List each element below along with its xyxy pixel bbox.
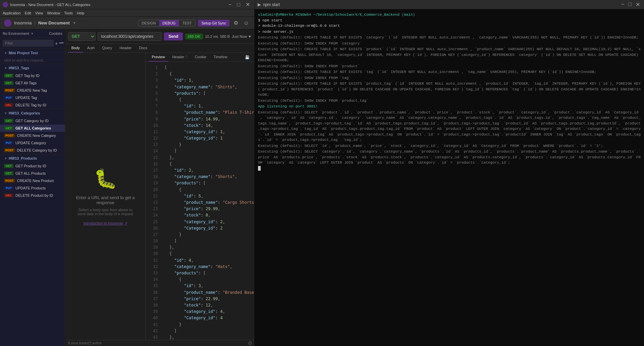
method-badge-get: GET — [4, 171, 13, 175]
window-title: Insomnia - New Document - GET ALL Catego… — [10, 3, 227, 7]
sidebar-item-get-tag-by-id[interactable]: GET GET Tag by ID — [0, 72, 65, 79]
terminal-minimize-btn[interactable]: − — [620, 1, 626, 8]
sidebar-item-create-category[interactable]: POST CREATE New Category — [0, 132, 65, 139]
sidebar-item-get-product-by-id[interactable]: GET GET Product by ID — [0, 162, 65, 170]
store-status: $.store.books[*].author — [68, 341, 102, 345]
resp-tab-header[interactable]: Header ? — [169, 53, 191, 62]
json-line: 17 "id": 2, — [147, 167, 253, 174]
request-panel: GET POST PUT DELETE Send 200 OK 10.2 ms … — [65, 29, 254, 346]
terminal-close-btn[interactable]: ✕ — [634, 1, 641, 8]
tab-query[interactable]: Query — [99, 44, 116, 53]
method-badge-put: PUT — [4, 141, 13, 145]
tab-test[interactable]: TEST — [179, 20, 195, 26]
menu-edit[interactable]: Edit — [25, 11, 31, 15]
json-line: 24 "stock": 8, — [147, 212, 253, 219]
terminal-line: Executing (default): SELECT `id`, `produ… — [258, 143, 641, 149]
json-line: 21 "id": 5, — [147, 193, 253, 199]
section-tags-header[interactable]: ▼ HW13_Tags — [0, 64, 65, 72]
json-line: 4 "category_name": "Shirts", — [147, 84, 253, 90]
intro-link-text: Introduction to Insomnia — [83, 221, 123, 225]
resp-tab-preview[interactable]: Preview — [148, 53, 168, 62]
resp-copy-btn[interactable]: 💾 — [243, 55, 252, 60]
menu-window[interactable]: Window — [47, 11, 60, 15]
sidebar-item-create-tag[interactable]: POST CREATE New Tag — [0, 87, 65, 94]
main-wrapper: Application Edit View Window Tools Help … — [0, 9, 644, 346]
terminal-cursor-line — [258, 166, 641, 171]
timestamp-badge[interactable]: Just Now ▼ — [232, 34, 252, 38]
settings-icon[interactable]: ⚙ — [232, 19, 240, 27]
design-debug-tabs: DESIGN DEBUG TEST — [138, 20, 195, 26]
doc-name-label[interactable]: New Document — [38, 20, 70, 25]
json-line: 11 "category_id": 1, — [147, 129, 253, 135]
resp-tab-cookie[interactable]: Cookie — [191, 53, 209, 62]
terminal-line: Executing (default): SELECT `category`.`… — [258, 149, 641, 166]
status-bar-icon[interactable]: ⓘ — [248, 341, 252, 346]
sidebar-item-create-product[interactable]: POST CREATE New Product — [0, 177, 65, 184]
send-button[interactable]: Send — [164, 32, 183, 40]
json-line: 1 [ — [147, 65, 253, 71]
method-select[interactable]: GET POST PUT DELETE — [68, 32, 95, 41]
json-line: 14 ] — [147, 148, 253, 154]
close-btn[interactable]: ✕ — [244, 0, 252, 9]
sidebar-add-icon[interactable]: + — [55, 40, 58, 46]
request-tabs-row: Body Auth Query Header Docs — [65, 44, 254, 53]
response-panel: Preview Header ? Cookie Timeline 💾 1 [2 … — [146, 53, 254, 340]
menu-application[interactable]: Application — [3, 11, 21, 15]
maximize-btn[interactable]: □ — [235, 0, 242, 9]
sidebar-item-get-all-tags[interactable]: GET GET All Tags — [0, 79, 65, 87]
tab-auth[interactable]: Auth — [84, 44, 98, 53]
section-mini-header[interactable]: ▼ Mini Project Test — [0, 49, 65, 57]
section-categories-header[interactable]: ▼ HW13_Categories — [0, 109, 65, 117]
status-badge: 200 OK — [185, 33, 203, 39]
menu-view[interactable]: View — [35, 11, 43, 15]
resp-tab-timeline[interactable]: Timeline — [210, 53, 231, 62]
sidebar-item-update-category[interactable]: PUT UPDATE Category — [0, 139, 65, 147]
section-tags: ▼ HW13_Tags GET GET Tag by ID GET GET Al… — [0, 64, 65, 109]
menu-tools[interactable]: Tools — [64, 11, 73, 15]
tab-debug[interactable]: DEBUG — [159, 20, 179, 26]
terminal-line: Executing (default): SELECT `product`.`i… — [258, 110, 641, 143]
sidebar-item-delete-product[interactable]: DEL DELETE Product by ID — [0, 192, 65, 199]
terminal-maximize-btn[interactable]: □ — [627, 1, 633, 8]
sidebar-filter-input[interactable] — [3, 40, 54, 47]
sidebar-more-icon[interactable]: ••• — [59, 41, 64, 46]
sidebar-item-get-category-by-id[interactable]: GET GET Category by ID — [0, 117, 65, 124]
url-input[interactable] — [98, 32, 162, 41]
item-label: GET Product by ID — [15, 164, 46, 168]
section-products-header[interactable]: ▼ HW13_Products — [0, 154, 65, 162]
sidebar-item-get-all-categories-active[interactable]: GET GET ALL Categories — [0, 124, 65, 132]
json-line: 38 "stock": 12, — [147, 302, 253, 309]
terminal-output: > module-13-challenge-orm@1.0.0 start> n… — [258, 23, 641, 166]
sidebar-item-delete-category[interactable]: POST DELETE Category by ID — [0, 147, 65, 154]
json-line: 23 "price": 29.99, — [147, 206, 253, 212]
menu-help[interactable]: Help — [77, 11, 84, 15]
terminal-title: npm start — [263, 2, 620, 7]
sidebar-item-delete-tag[interactable]: DEL DELETE Tag by ID — [0, 101, 65, 109]
json-line: 19 "products": [ — [147, 180, 253, 186]
sidebar-item-get-all-products[interactable]: GET GET ALL Products — [0, 170, 65, 177]
method-badge-get: GET — [4, 164, 13, 168]
body-panel: 🐛 Enter a URL and send to get a response… — [65, 53, 146, 340]
setup-git-button[interactable]: Setup Git Sync — [198, 20, 229, 26]
app-logo-icon — [3, 2, 8, 7]
sidebar-item-update-products[interactable]: PUT UPDATE Products — [0, 184, 65, 192]
tab-design[interactable]: DESIGN — [138, 20, 159, 26]
section-mini-fold-icon: ▼ — [4, 51, 7, 55]
doc-dropdown-icon[interactable]: ▼ — [72, 21, 76, 25]
mini-project-placeholder[interactable]: click to add first request... — [0, 57, 65, 64]
tab-docs[interactable]: Docs — [136, 44, 151, 53]
sidebar-item-update-tag[interactable]: PUT UPDATE Tag — [0, 94, 65, 101]
intro-link[interactable]: Introduction to Insomnia ↗ — [83, 221, 127, 226]
tab-header[interactable]: Header — [116, 44, 135, 53]
env-dropdown-icon: ▼ — [30, 32, 34, 35]
json-line: 32 "category_name": "Hats", — [147, 264, 253, 270]
env-selector[interactable]: No Environment ▼ — [3, 31, 34, 35]
method-badge-put: PUT — [4, 96, 13, 100]
tab-body[interactable]: Body — [68, 44, 83, 53]
cookies-button[interactable]: Cookies — [49, 31, 62, 35]
section-products: ▼ HW13_Products GET GET Product by ID GE… — [0, 154, 65, 199]
section-products-fold-icon: ▼ — [4, 157, 7, 160]
method-badge-get: GET — [4, 74, 13, 78]
minimize-btn[interactable]: − — [227, 0, 234, 9]
user-icon[interactable]: ☺ — [242, 19, 250, 27]
